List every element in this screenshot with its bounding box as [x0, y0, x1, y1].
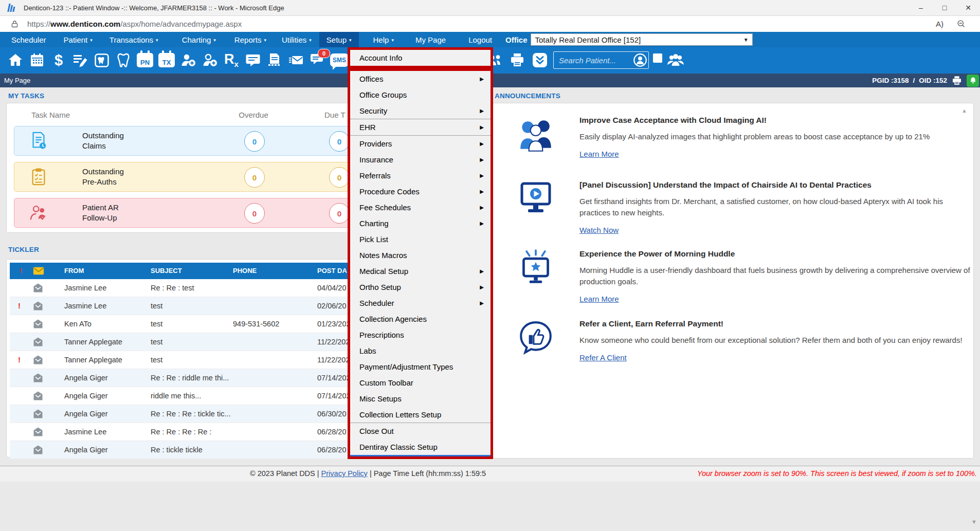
- setup-menu-item[interactable]: Office Groups: [350, 87, 491, 103]
- setup-menu-item[interactable]: Fee Schedules▶: [350, 199, 491, 215]
- submenu-arrow-icon: ▶: [480, 295, 484, 311]
- notifications-bell-icon[interactable]: [967, 75, 979, 87]
- setup-menu-item[interactable]: Close Out: [350, 423, 491, 439]
- browser-url-bar: https://www.denticon.com/aspx/home/advan…: [0, 16, 980, 32]
- column-urgent: !: [20, 263, 22, 279]
- setup-menu-item[interactable]: Charting▶: [350, 215, 491, 231]
- treatment-tx-icon[interactable]: TX: [157, 51, 176, 69]
- setup-menu-item-account-info[interactable]: Account Info: [350, 50, 491, 66]
- due-count[interactable]: 0: [329, 167, 350, 188]
- setup-menu-item[interactable]: Medical Setup▶: [350, 263, 491, 279]
- due-count[interactable]: 0: [329, 131, 350, 152]
- setup-menu-item[interactable]: Ortho Setup▶: [350, 279, 491, 295]
- submenu-arrow-icon: ▶: [480, 215, 484, 231]
- nav-scheduler[interactable]: Scheduler: [11, 32, 46, 47]
- patient-pictures-icon[interactable]: [666, 51, 685, 69]
- search-patient-icon[interactable]: [633, 53, 647, 67]
- address-url[interactable]: https://www.denticon.com/aspx/home/advan…: [27, 20, 242, 28]
- setup-menu-item[interactable]: Collection Letters Setup: [350, 407, 491, 423]
- read-aloud-icon[interactable]: A): [936, 20, 943, 28]
- privacy-policy-link[interactable]: Privacy Policy: [321, 469, 368, 478]
- url-path: /aspx/home/advancedmypage.aspx: [120, 20, 242, 28]
- scroll-down-icon[interactable]: ▼: [971, 519, 977, 525]
- mail-icon: [32, 426, 44, 437]
- send-mail-icon[interactable]: [287, 51, 305, 69]
- nav-patient[interactable]: Patient▾: [64, 32, 93, 47]
- office-select-value: Totally Real Dental Office [152]: [535, 35, 641, 44]
- caret-down-icon: ▾: [90, 38, 93, 43]
- setup-menu-item[interactable]: Offices▶: [350, 71, 491, 87]
- setup-menu-item[interactable]: Collection Agencies: [350, 311, 491, 327]
- nav-help[interactable]: Help▾: [373, 32, 394, 47]
- zoom-warning-text: Your browser zoom is set to 90%. This sc…: [697, 469, 977, 478]
- learn-more-link[interactable]: Learn More: [579, 150, 619, 158]
- setup-menu-item[interactable]: Insurance▶: [350, 152, 491, 168]
- nav-charting[interactable]: Charting▾: [182, 32, 216, 47]
- add-patient-icon[interactable]: [179, 51, 197, 69]
- nav-reports[interactable]: Reports▾: [234, 32, 266, 47]
- cloud-imaging-people-icon: [517, 116, 555, 158]
- overdue-count[interactable]: 0: [244, 131, 265, 152]
- setup-menu-item[interactable]: Scheduler▶: [350, 295, 491, 311]
- setup-menu-item[interactable]: Referrals▶: [350, 168, 491, 184]
- progress-notes-pn-icon[interactable]: PN: [136, 51, 154, 69]
- caret-down-icon: ▾: [213, 38, 216, 43]
- scan-document-icon[interactable]: [265, 51, 284, 69]
- maximize-button[interactable]: □: [933, 1, 956, 15]
- nav-my-page[interactable]: My Page: [415, 32, 446, 47]
- setup-menu-item[interactable]: Notes Macros: [350, 247, 491, 263]
- watch-now-link[interactable]: Watch Now: [579, 226, 619, 234]
- lock-icon[interactable]: [10, 20, 19, 28]
- minimize-button[interactable]: –: [909, 1, 933, 15]
- setup-menu-item[interactable]: Misc Setups: [350, 391, 491, 407]
- chat-messages-icon[interactable]: 0: [308, 51, 327, 69]
- payments-dollar-icon[interactable]: $: [49, 51, 68, 69]
- setup-menu-item[interactable]: EHR▶: [350, 119, 491, 135]
- overdue-count[interactable]: 0: [244, 167, 265, 188]
- zoom-out-icon[interactable]: [957, 20, 966, 28]
- setup-menu-item[interactable]: Procedure Codes▶: [350, 184, 491, 199]
- referral-thumbs-up-icon: [517, 319, 555, 362]
- setup-menu-item[interactable]: Pick List: [350, 231, 491, 247]
- footer-text: © 2023 Planet DDS | Privacy Policy | Pag…: [250, 469, 486, 478]
- treatment-plan-edit-icon[interactable]: [71, 51, 89, 69]
- tooth-chart-icon[interactable]: [93, 51, 111, 69]
- notes-document-icon[interactable]: [244, 51, 262, 69]
- add-responsible-party-icon[interactable]: [201, 51, 219, 69]
- nav-utilities[interactable]: Utilities▾: [282, 32, 312, 47]
- collapse-toolbar-icon[interactable]: [531, 51, 549, 69]
- learn-more-link[interactable]: Learn More: [579, 295, 619, 303]
- print-icon[interactable]: [508, 51, 527, 69]
- overdue-count[interactable]: 0: [244, 203, 265, 224]
- scroll-up-icon[interactable]: ▲: [961, 107, 967, 114]
- announcement-title: Experience the Power of Morning Huddle: [579, 249, 973, 259]
- office-select[interactable]: Totally Real Dental Office [152] ▼: [531, 33, 753, 46]
- setup-menu-item[interactable]: Prescriptions: [350, 327, 491, 343]
- due-count[interactable]: 0: [329, 203, 350, 224]
- mail-icon: [32, 318, 44, 329]
- sms-icon[interactable]: SMS: [330, 51, 349, 69]
- nav-setup[interactable]: Setup▾: [319, 32, 359, 47]
- home-icon[interactable]: [6, 51, 25, 69]
- perio-tooth-icon[interactable]: [114, 51, 133, 69]
- window-title: Denticon-123 ::- Patient Window -:: Welc…: [24, 4, 284, 12]
- search-include-inactive-checkbox[interactable]: [653, 53, 662, 63]
- close-button[interactable]: ✕: [956, 1, 980, 15]
- scheduler-calendar-icon[interactable]: [28, 51, 46, 69]
- refer-a-client-link[interactable]: Refer A Client: [579, 353, 627, 362]
- column-from: FROM: [64, 263, 84, 279]
- setup-menu-item[interactable]: Labs: [350, 343, 491, 359]
- search-input[interactable]: [558, 56, 632, 65]
- setup-menu-item[interactable]: Security▶: [350, 103, 491, 119]
- column-overdue: Overdue: [228, 111, 279, 119]
- setup-menu-item[interactable]: Providers▶: [350, 135, 491, 152]
- mail-icon: [32, 408, 44, 419]
- nav-logout[interactable]: Logout: [468, 32, 492, 47]
- setup-menu-item[interactable]: Dentiray Classic Setup: [350, 439, 491, 455]
- setup-menu-item[interactable]: Custom Toolbar: [350, 375, 491, 391]
- nav-transactions[interactable]: Transactions▾: [110, 32, 158, 47]
- setup-menu-item[interactable]: Payment/Adjustment Types: [350, 359, 491, 375]
- announcements-card: ▲ Improve Case Acceptance with Cloud Ima…: [493, 103, 974, 459]
- print-page-icon[interactable]: [951, 76, 963, 86]
- prescriptions-rx-icon[interactable]: Rx: [222, 51, 241, 69]
